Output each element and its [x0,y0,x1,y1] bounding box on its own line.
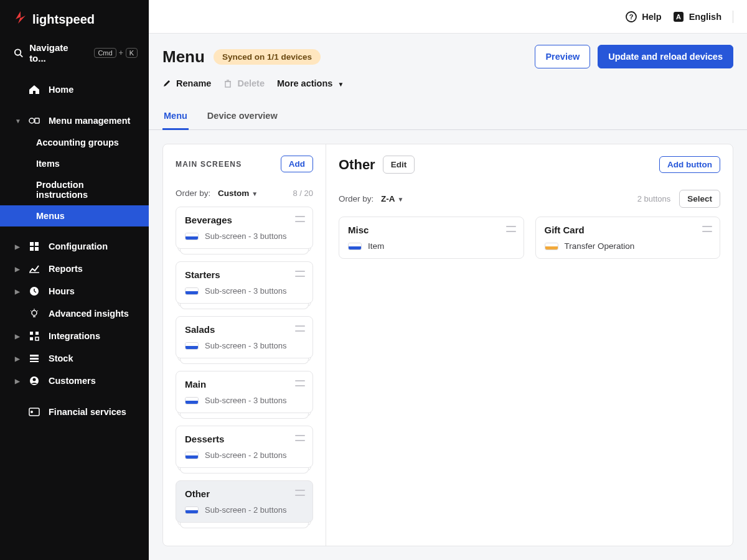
more-actions-dropdown[interactable]: More actions ▼ [277,78,344,88]
order-by-dropdown[interactable]: Order by: Z-A ▼ [339,194,403,203]
button-card[interactable]: Misc Item [339,217,524,259]
svg-line-16 [37,310,39,312]
sidebar-item-menu-management[interactable]: ▼ Menu management [0,110,149,132]
svg-point-27 [31,411,33,413]
sidebar-item-production-instructions[interactable]: Production instructions [0,174,149,205]
rename-action[interactable]: Rename [162,78,211,88]
main: ? Help A English Menu Synced on 1/1 devi… [149,0,747,560]
button-card-title: Misc [348,225,515,235]
sidebar-item-menus[interactable]: Menus [0,205,149,226]
screens-count: 8 / 20 [293,189,313,198]
action-row: Rename Delete More actions ▼ [162,68,733,100]
sidebar-item-label: Advanced insights [49,309,129,319]
drag-handle-icon[interactable] [295,325,305,332]
sidebar-item-configuration[interactable]: ▶ Configuration [0,235,149,258]
drag-handle-icon[interactable] [295,435,305,441]
sidebar-item-label: Customers [49,376,96,386]
screen-card[interactable]: Starters Sub-screen - 3 buttons [176,261,313,304]
detail-heading: Other [339,157,375,173]
svg-point-25 [33,378,36,381]
color-chip [185,506,199,514]
sidebar-item-items[interactable]: Items [0,153,149,174]
svg-rect-22 [30,358,39,360]
drag-handle-icon[interactable] [295,490,305,496]
screen-card[interactable]: Other Sub-screen - 2 buttons [176,480,313,523]
svg-point-0 [15,49,21,55]
search-icon [14,48,23,58]
flame-icon [14,11,27,27]
chevron-right-icon: ▶ [15,378,20,385]
brand-name: lightspeed [32,12,95,27]
main-screens-heading: MAIN SCREENS [176,160,242,169]
color-chip [348,243,362,250]
sidebar-item-advanced-insights[interactable]: Advanced insights [0,302,149,325]
screen-card[interactable]: Desserts Sub-screen - 2 buttons [176,426,313,468]
update-devices-button[interactable]: Update and reload devices [598,45,733,68]
brand-logo[interactable]: lightspeed [0,0,149,36]
card-icon [29,408,40,416]
sidebar-item-label: Integrations [49,331,100,341]
svg-line-1 [20,55,22,57]
delete-action: Delete [223,78,265,88]
nav-list: Home ▼ Menu management Accounting groups… [0,72,149,423]
chevron-right-icon: ▶ [15,355,20,362]
button-card[interactable]: Gift Card Transfer Operation [535,217,721,259]
apps-icon [29,331,40,341]
help-link[interactable]: ? Help [626,11,661,22]
drag-handle-icon[interactable] [295,216,305,222]
drag-handle-icon[interactable] [295,380,305,386]
sidebar-item-integrations[interactable]: ▶ Integrations [0,325,149,347]
screen-card-subtitle: Sub-screen - 2 buttons [185,505,304,515]
color-chip [545,243,558,250]
sidebar-item-customers[interactable]: ▶ Customers [0,370,149,392]
topbar: ? Help A English [149,0,747,34]
chevron-right-icon: ▶ [15,288,20,295]
color-chip [185,452,199,459]
screen-card-title: Salads [185,324,304,335]
screen-card[interactable]: Beverages Sub-screen - 3 buttons [176,207,313,249]
language-switcher[interactable]: A English [673,11,721,22]
edit-button[interactable]: Edit [383,156,415,174]
screen-card-subtitle: Sub-screen - 3 buttons [185,396,304,405]
screen-card-subtitle: Sub-screen - 2 buttons [185,450,304,460]
screen-card[interactable]: Main Sub-screen - 3 buttons [176,371,313,413]
page-header: Menu Synced on 1/1 devices Preview Updat… [149,34,747,100]
svg-rect-23 [30,361,39,362]
sidebar-item-home[interactable]: Home [0,78,149,101]
drag-handle-icon[interactable] [506,226,516,232]
sidebar-item-label: Stock [49,353,73,363]
order-by-dropdown[interactable]: Order by: Custom ▼ [176,189,258,198]
svg-rect-32 [225,82,230,87]
add-screen-button[interactable]: Add [281,156,313,172]
nav-search[interactable]: Navigate to... Cmd + K [0,36,149,72]
drag-handle-icon[interactable] [295,271,305,277]
select-button[interactable]: Select [679,190,720,208]
screen-card-title: Other [185,488,304,499]
svg-text:A: A [676,13,681,21]
tab-device-overview[interactable]: Device overview [206,103,279,130]
sidebar-item-stock[interactable]: ▶ Stock [0,347,149,370]
sidebar-item-label: Menu management [49,116,130,126]
chevron-down-icon: ▼ [15,118,20,124]
drag-handle-icon[interactable] [702,226,712,232]
screen-card-title: Beverages [185,215,304,225]
sidebar-item-accounting-groups[interactable]: Accounting groups [0,132,149,153]
screen-card-title: Desserts [185,434,304,444]
sidebar-item-reports[interactable]: ▶ Reports [0,258,149,280]
clock-icon [29,286,40,296]
tab-menu[interactable]: Menu [162,103,189,130]
screen-detail-column: Other Edit Add button Order by: Z-A ▼ 2 … [326,144,733,546]
sidebar-item-label: Financial services [49,407,126,417]
pencil-icon [162,79,171,88]
add-button-button[interactable]: Add button [659,156,720,173]
screen-card[interactable]: Salads Sub-screen - 3 buttons [176,316,313,358]
grid-icon [29,241,40,251]
svg-rect-7 [35,247,39,251]
sidebar-item-financial-services[interactable]: Financial services [0,401,149,423]
panel: MAIN SCREENS Add Order by: Custom ▼ 8 / … [162,144,733,546]
sidebar-item-hours[interactable]: ▶ Hours [0,280,149,302]
preview-button[interactable]: Preview [535,45,590,68]
buttons-count: 2 buttons [637,194,671,203]
svg-point-12 [32,310,37,315]
chevron-right-icon: ▶ [15,243,20,250]
